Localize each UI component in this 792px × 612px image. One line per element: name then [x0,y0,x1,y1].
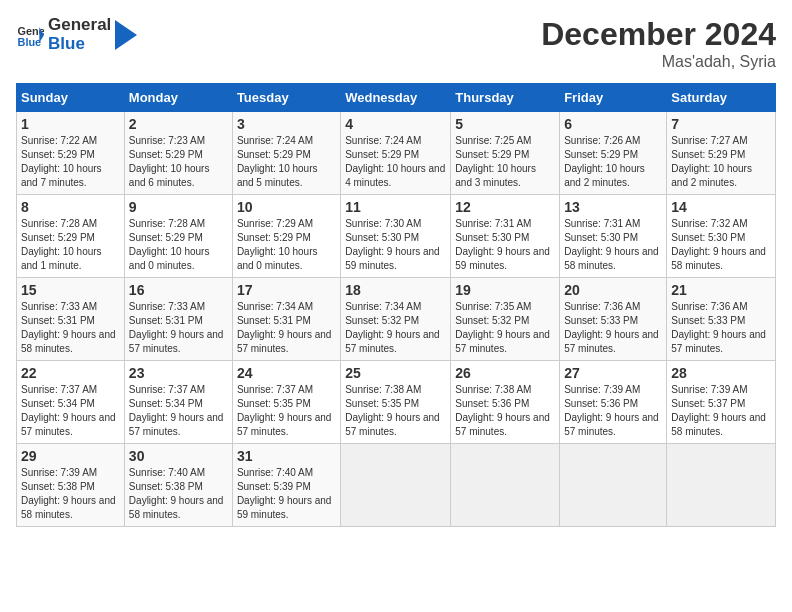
day-info: Sunrise: 7:23 AM Sunset: 5:29 PM Dayligh… [129,135,210,188]
calendar-day-cell: 13 Sunrise: 7:31 AM Sunset: 5:30 PM Dayl… [560,195,667,278]
day-info: Sunrise: 7:35 AM Sunset: 5:32 PM Dayligh… [455,301,550,354]
calendar-day-cell: 25 Sunrise: 7:38 AM Sunset: 5:35 PM Dayl… [341,361,451,444]
logo-general-text: General [48,16,111,35]
calendar-day-cell: 20 Sunrise: 7:36 AM Sunset: 5:33 PM Dayl… [560,278,667,361]
day-number: 22 [21,365,120,381]
day-info: Sunrise: 7:39 AM Sunset: 5:36 PM Dayligh… [564,384,659,437]
header-tuesday: Tuesday [232,84,340,112]
calendar-week-row: 1 Sunrise: 7:22 AM Sunset: 5:29 PM Dayli… [17,112,776,195]
day-info: Sunrise: 7:39 AM Sunset: 5:38 PM Dayligh… [21,467,116,520]
day-number: 10 [237,199,336,215]
day-number: 29 [21,448,120,464]
calendar-table: Sunday Monday Tuesday Wednesday Thursday… [16,83,776,527]
day-number: 15 [21,282,120,298]
day-number: 18 [345,282,446,298]
day-info: Sunrise: 7:29 AM Sunset: 5:29 PM Dayligh… [237,218,318,271]
page-header: General Blue General Blue December 2024 … [16,16,776,71]
day-info: Sunrise: 7:34 AM Sunset: 5:31 PM Dayligh… [237,301,332,354]
day-info: Sunrise: 7:40 AM Sunset: 5:38 PM Dayligh… [129,467,224,520]
day-info: Sunrise: 7:26 AM Sunset: 5:29 PM Dayligh… [564,135,645,188]
day-number: 4 [345,116,446,132]
day-number: 23 [129,365,228,381]
logo-blue-text: Blue [48,35,111,54]
day-number: 21 [671,282,771,298]
svg-text:Blue: Blue [18,36,42,48]
day-number: 7 [671,116,771,132]
calendar-day-cell: 18 Sunrise: 7:34 AM Sunset: 5:32 PM Dayl… [341,278,451,361]
day-info: Sunrise: 7:30 AM Sunset: 5:30 PM Dayligh… [345,218,440,271]
calendar-day-cell: 15 Sunrise: 7:33 AM Sunset: 5:31 PM Dayl… [17,278,125,361]
day-info: Sunrise: 7:40 AM Sunset: 5:39 PM Dayligh… [237,467,332,520]
calendar-body: 1 Sunrise: 7:22 AM Sunset: 5:29 PM Dayli… [17,112,776,527]
day-number: 1 [21,116,120,132]
day-number: 11 [345,199,446,215]
day-number: 25 [345,365,446,381]
day-info: Sunrise: 7:38 AM Sunset: 5:36 PM Dayligh… [455,384,550,437]
header-saturday: Saturday [667,84,776,112]
calendar-header-row: Sunday Monday Tuesday Wednesday Thursday… [17,84,776,112]
calendar-day-cell: 17 Sunrise: 7:34 AM Sunset: 5:31 PM Dayl… [232,278,340,361]
calendar-week-row: 8 Sunrise: 7:28 AM Sunset: 5:29 PM Dayli… [17,195,776,278]
page-title: December 2024 [541,16,776,53]
day-number: 3 [237,116,336,132]
day-number: 27 [564,365,662,381]
day-info: Sunrise: 7:33 AM Sunset: 5:31 PM Dayligh… [129,301,224,354]
logo: General Blue General Blue [16,16,137,53]
day-info: Sunrise: 7:37 AM Sunset: 5:35 PM Dayligh… [237,384,332,437]
calendar-day-cell: 27 Sunrise: 7:39 AM Sunset: 5:36 PM Dayl… [560,361,667,444]
calendar-day-cell: 10 Sunrise: 7:29 AM Sunset: 5:29 PM Dayl… [232,195,340,278]
calendar-day-cell: 21 Sunrise: 7:36 AM Sunset: 5:33 PM Dayl… [667,278,776,361]
calendar-day-cell: 11 Sunrise: 7:30 AM Sunset: 5:30 PM Dayl… [341,195,451,278]
calendar-day-cell: 2 Sunrise: 7:23 AM Sunset: 5:29 PM Dayli… [124,112,232,195]
logo-arrow-icon [115,20,137,50]
calendar-day-cell: 30 Sunrise: 7:40 AM Sunset: 5:38 PM Dayl… [124,444,232,527]
day-info: Sunrise: 7:34 AM Sunset: 5:32 PM Dayligh… [345,301,440,354]
day-info: Sunrise: 7:32 AM Sunset: 5:30 PM Dayligh… [671,218,766,271]
calendar-week-row: 22 Sunrise: 7:37 AM Sunset: 5:34 PM Dayl… [17,361,776,444]
logo-icon: General Blue [16,21,44,49]
header-wednesday: Wednesday [341,84,451,112]
calendar-week-row: 29 Sunrise: 7:39 AM Sunset: 5:38 PM Dayl… [17,444,776,527]
day-info: Sunrise: 7:36 AM Sunset: 5:33 PM Dayligh… [564,301,659,354]
header-sunday: Sunday [17,84,125,112]
day-number: 16 [129,282,228,298]
calendar-day-cell: 24 Sunrise: 7:37 AM Sunset: 5:35 PM Dayl… [232,361,340,444]
day-info: Sunrise: 7:28 AM Sunset: 5:29 PM Dayligh… [129,218,210,271]
day-info: Sunrise: 7:38 AM Sunset: 5:35 PM Dayligh… [345,384,440,437]
day-number: 30 [129,448,228,464]
day-number: 5 [455,116,555,132]
header-monday: Monday [124,84,232,112]
day-info: Sunrise: 7:31 AM Sunset: 5:30 PM Dayligh… [455,218,550,271]
day-info: Sunrise: 7:33 AM Sunset: 5:31 PM Dayligh… [21,301,116,354]
calendar-day-cell: 29 Sunrise: 7:39 AM Sunset: 5:38 PM Dayl… [17,444,125,527]
calendar-day-cell: 31 Sunrise: 7:40 AM Sunset: 5:39 PM Dayl… [232,444,340,527]
day-number: 8 [21,199,120,215]
day-number: 28 [671,365,771,381]
day-info: Sunrise: 7:28 AM Sunset: 5:29 PM Dayligh… [21,218,102,271]
day-info: Sunrise: 7:37 AM Sunset: 5:34 PM Dayligh… [129,384,224,437]
day-info: Sunrise: 7:24 AM Sunset: 5:29 PM Dayligh… [237,135,318,188]
calendar-day-cell [451,444,560,527]
calendar-week-row: 15 Sunrise: 7:33 AM Sunset: 5:31 PM Dayl… [17,278,776,361]
day-number: 9 [129,199,228,215]
day-number: 13 [564,199,662,215]
day-info: Sunrise: 7:36 AM Sunset: 5:33 PM Dayligh… [671,301,766,354]
calendar-day-cell: 6 Sunrise: 7:26 AM Sunset: 5:29 PM Dayli… [560,112,667,195]
calendar-day-cell: 1 Sunrise: 7:22 AM Sunset: 5:29 PM Dayli… [17,112,125,195]
title-area: December 2024 Mas'adah, Syria [541,16,776,71]
calendar-day-cell: 19 Sunrise: 7:35 AM Sunset: 5:32 PM Dayl… [451,278,560,361]
calendar-day-cell: 9 Sunrise: 7:28 AM Sunset: 5:29 PM Dayli… [124,195,232,278]
svg-marker-3 [115,20,137,50]
day-info: Sunrise: 7:27 AM Sunset: 5:29 PM Dayligh… [671,135,752,188]
day-info: Sunrise: 7:31 AM Sunset: 5:30 PM Dayligh… [564,218,659,271]
day-info: Sunrise: 7:22 AM Sunset: 5:29 PM Dayligh… [21,135,102,188]
page-subtitle: Mas'adah, Syria [541,53,776,71]
calendar-day-cell: 3 Sunrise: 7:24 AM Sunset: 5:29 PM Dayli… [232,112,340,195]
calendar-day-cell: 12 Sunrise: 7:31 AM Sunset: 5:30 PM Dayl… [451,195,560,278]
calendar-day-cell: 7 Sunrise: 7:27 AM Sunset: 5:29 PM Dayli… [667,112,776,195]
day-number: 19 [455,282,555,298]
day-number: 31 [237,448,336,464]
day-info: Sunrise: 7:37 AM Sunset: 5:34 PM Dayligh… [21,384,116,437]
day-number: 26 [455,365,555,381]
day-info: Sunrise: 7:39 AM Sunset: 5:37 PM Dayligh… [671,384,766,437]
